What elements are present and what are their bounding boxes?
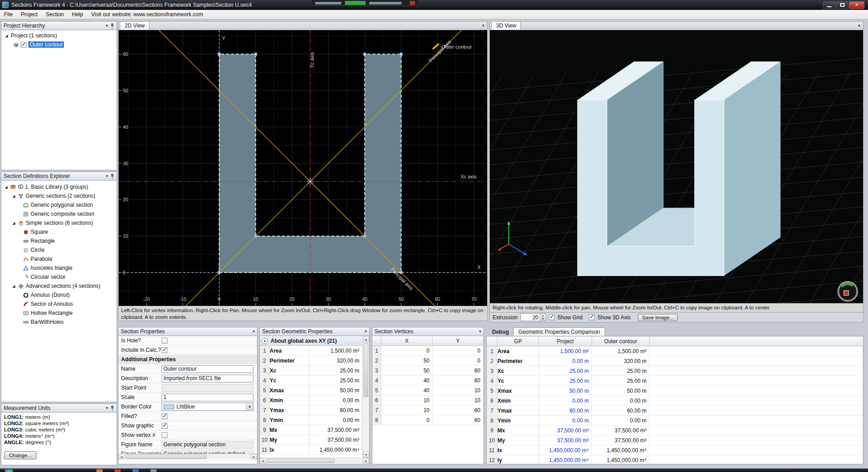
table-row[interactable]: 61010 — [372, 395, 484, 405]
chevron-down-icon[interactable]: ▾ — [858, 23, 863, 30]
menu-website-link[interactable]: Visit our website: www.sectionsframework… — [87, 10, 207, 18]
taskbar[interactable] — [0, 468, 868, 472]
table-row[interactable]: 1Area1,500.00 m²1,500.00 m² — [487, 346, 863, 356]
name-field[interactable] — [162, 365, 253, 373]
table-row[interactable]: 7Ymax60.00 m60.00 m — [487, 406, 863, 416]
close-button[interactable]: × — [849, 1, 864, 9]
expander-icon[interactable]: ◢ — [4, 34, 9, 38]
table-row[interactable]: 6Xmin0.00 m — [260, 395, 362, 405]
scroll-right-arrow[interactable]: ► — [251, 454, 257, 459]
show-3d-axis-checkbox[interactable] — [589, 314, 595, 320]
tree-item-annulus[interactable]: Annulus (Donut) — [1, 290, 117, 300]
table-row[interactable]: 8Ymin0.00 m0.00 m — [487, 416, 863, 426]
table-row[interactable]: 54010 — [372, 386, 484, 395]
include-in-calc-checkbox[interactable] — [162, 347, 167, 353]
table-row[interactable]: 1Area1,500.00 m² — [260, 346, 362, 356]
chevron-down-icon[interactable]: ▾ — [106, 23, 108, 28]
tree-item-outer-contour[interactable]: Outer contour — [1, 40, 117, 49]
start-point-field[interactable] — [162, 384, 253, 392]
table-row[interactable]: 3Xc25.00 m25.00 m — [487, 366, 863, 376]
is-hole-checkbox[interactable] — [162, 338, 167, 344]
column-header-project[interactable]: Project — [539, 336, 592, 346]
show-graphic-checkbox[interactable] — [162, 423, 167, 429]
start-button[interactable] — [5, 469, 14, 472]
table-row[interactable]: 5Xmax50.00 m50.00 m — [487, 386, 863, 396]
pin-icon[interactable] — [110, 174, 114, 179]
table-row[interactable]: 2Perimeter0.00 m320.00 m — [487, 356, 863, 366]
scroll-right-arrow[interactable]: ► — [363, 458, 369, 463]
pin-icon[interactable] — [110, 406, 114, 411]
tree-item-generic-composite[interactable]: Generic composite section — [1, 209, 117, 218]
tree-item-isosceles-triangle[interactable]: Isosceles triangle — [1, 263, 117, 272]
taskbar-icon[interactable] — [96, 469, 103, 472]
chevron-down-icon[interactable]: ▾ — [365, 329, 367, 334]
pin-icon[interactable] — [110, 23, 114, 28]
description-field[interactable] — [162, 375, 253, 382]
tree-item-barwithholes[interactable]: BarWithHoles — [1, 318, 117, 327]
table-row[interactable]: 8Ymin0.00 m — [260, 415, 362, 425]
tab-3d-view[interactable]: 3D View — [491, 21, 521, 30]
3d-view-canvas[interactable] — [489, 30, 863, 304]
table-row[interactable]: 71060 — [372, 405, 484, 415]
column-header-x[interactable]: X — [381, 336, 433, 346]
extrusion-spinner[interactable]: ▲▼ — [540, 313, 546, 321]
table-row[interactable]: 100 — [372, 346, 484, 356]
menu-section[interactable]: Section — [42, 10, 68, 18]
table-row[interactable]: 9Mx37,500.00 m³ — [260, 425, 362, 435]
table-row[interactable]: 8060 — [372, 415, 484, 425]
title-bar[interactable]: Sections Framework 4 - C:\Users\eriveraa… — [0, 0, 868, 10]
tab-debug[interactable]: Debug — [488, 327, 513, 336]
measurement-units-header[interactable]: Measurement Units ▾ — [1, 404, 117, 413]
chevron-down-icon[interactable]: ▼ — [246, 403, 253, 410]
maximize-button[interactable] — [836, 1, 849, 9]
chevron-down-icon[interactable]: ▾ — [106, 174, 108, 178]
show-grid-checkbox[interactable] — [549, 314, 555, 320]
table-row[interactable]: 4Yc25.00 m25.00 m — [487, 376, 863, 386]
tree-item-hollow-rectangle[interactable]: Hollow Rectangle — [1, 309, 117, 318]
table-row[interactable]: 9Mx37,500.00 m³37,500.00 m³ — [487, 426, 863, 436]
tree-item-square[interactable]: Square — [1, 227, 117, 236]
table-row[interactable]: 12Iy1,450,000.00 m⁴1,450,000.00 m⁴ — [487, 455, 863, 464]
table-row[interactable]: 11Ix1,450,000.00 m⁴ — [260, 445, 362, 455]
chevron-down-icon[interactable]: ▾ — [482, 23, 487, 30]
taskbar-icon[interactable] — [150, 469, 157, 472]
project-hierarchy-header[interactable]: Project Hierarchy ▾ — [1, 21, 117, 30]
scrollbar-thumb[interactable] — [267, 458, 335, 463]
scrollbar-thumb[interactable] — [364, 343, 368, 397]
section-visible-checkbox[interactable] — [21, 42, 27, 48]
tree-item-circular-sector[interactable]: Circular sector — [1, 272, 117, 281]
minimize-button[interactable] — [823, 1, 836, 9]
table-row[interactable]: 2500 — [372, 356, 484, 366]
tree-item-generic-polygonal[interactable]: Generic polygonal section — [1, 200, 117, 209]
centroid-marker[interactable] — [307, 178, 314, 185]
column-header-gp[interactable]: GP — [497, 336, 539, 346]
table-row[interactable]: 4Yc25.00 m — [260, 376, 362, 386]
tree-item-circle[interactable]: Circle — [1, 245, 117, 254]
2d-plot-canvas[interactable]: Y X Yc axis Xc axis Principal axis Princ… — [118, 30, 488, 306]
chevron-down-icon[interactable]: ▾ — [253, 329, 255, 334]
section-vertices-header[interactable]: Section Vertices ▾ — [372, 327, 484, 336]
table-row[interactable]: 7Ymax60.00 m — [260, 405, 362, 415]
taskbar-icon[interactable] — [132, 469, 139, 472]
show-vertex-checkbox[interactable] — [162, 432, 167, 438]
filled-checkbox[interactable] — [162, 413, 167, 419]
scale-field[interactable] — [162, 394, 253, 401]
column-header-y[interactable]: Y — [433, 336, 484, 346]
tree-item-advanced-sections[interactable]: ◢ Advanced sections (4 sections) — [1, 281, 117, 290]
menu-project[interactable]: Project — [17, 10, 41, 18]
tree-item-parabola[interactable]: Parabola — [1, 254, 117, 263]
expander-icon[interactable]: ◢ — [4, 185, 9, 189]
extrusion-input[interactable] — [520, 313, 540, 321]
system-tray[interactable] — [792, 469, 860, 472]
chevron-down-icon[interactable]: ▾ — [479, 329, 481, 334]
table-row[interactable]: 10My37,500.00 m³ — [260, 435, 362, 445]
scrollbar-thumb[interactable] — [126, 454, 207, 459]
tree-item-project-root[interactable]: ◢ Project (1 sections) — [1, 31, 117, 40]
table-row[interactable]: 11Ix1,450,000.00 m⁴1,450,000.00 m⁴ — [487, 445, 863, 455]
table-row[interactable]: 44060 — [372, 376, 484, 386]
border-color-dropdown[interactable]: LhtBlue▼ — [162, 403, 253, 411]
table-row[interactable]: 35060 — [372, 366, 484, 376]
save-image-button[interactable]: Save image... — [638, 314, 678, 321]
scroll-down-arrow[interactable]: ▼ — [363, 451, 369, 458]
tree-item-generic-sections[interactable]: ◢ Generic sections (2 sections) — [1, 191, 117, 200]
